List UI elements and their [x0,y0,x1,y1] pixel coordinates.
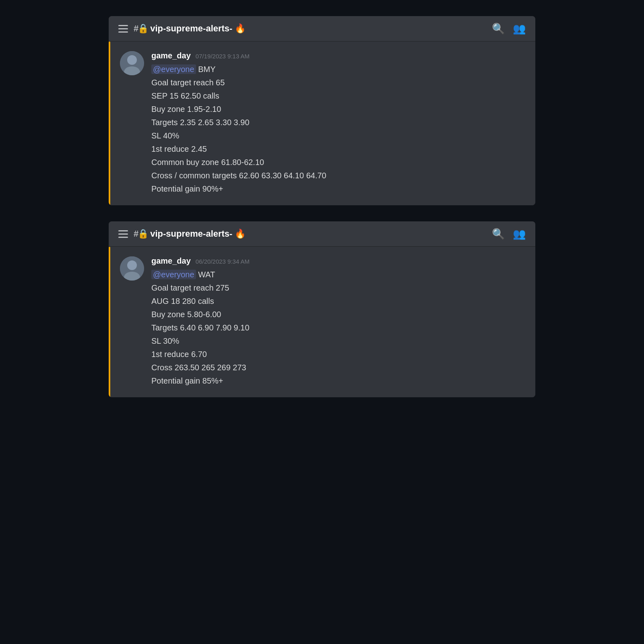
hamburger-menu-button-1[interactable] [118,25,128,33]
channel-emoji-2: 🔥 [235,229,246,239]
chat-header-1: #🔒 vip-supreme-alerts-🔥 🔍 👥 [109,16,535,41]
header-left-1: #🔒 vip-supreme-alerts-🔥 [118,23,246,34]
line-1-7: Common buy zone 61.80-62.10 [151,158,264,167]
message-content-2: game_day 06/20/2023 9:34 AM @everyone WA… [151,256,526,388]
members-button-2[interactable]: 👥 [513,229,526,239]
chat-header-2: #🔒 vip-supreme-alerts-🔥 🔍 👥 [109,221,535,247]
channel-label-1: vip-supreme-alerts- [150,23,232,34]
message-wrapper-2: game_day 06/20/2023 9:34 AM @everyone WA… [109,247,535,397]
line-1-9: Potential gain 90%+ [151,184,223,193]
avatar-image-2 [120,256,144,281]
line-1-3: Buy zone 1.95-2.10 [151,105,221,114]
svg-point-1 [127,55,137,65]
line-2-5: SL 30% [151,336,179,345]
channel-name-1: #🔒 vip-supreme-alerts-🔥 [134,23,246,34]
message-inner-1: game_day 07/19/2023 9:13 AM @everyone BM… [110,41,535,205]
message-body-2: @everyone WAT Goal target reach 275 AUG … [151,268,526,388]
line-2-8: Potential gain 85%+ [151,376,223,385]
members-button-1[interactable]: 👥 [513,23,526,34]
search-button-2[interactable]: 🔍 [492,229,505,239]
avatar-2 [120,256,144,281]
channel-name-2: #🔒 vip-supreme-alerts-🔥 [134,229,246,239]
search-icon-1: 🔍 [492,23,505,35]
message-inner-2: game_day 06/20/2023 9:34 AM @everyone WA… [110,247,535,397]
avatar-1 [120,51,144,75]
svg-point-4 [127,260,137,270]
channel-label-2: vip-supreme-alerts- [150,229,232,239]
line-2-2: AUG 18 280 calls [151,297,214,305]
timestamp-1: 07/19/2023 9:13 AM [196,53,250,60]
avatar-svg-2 [120,256,144,281]
message-header-1: game_day 07/19/2023 9:13 AM [151,51,526,60]
line-1-2: SEP 15 62.50 calls [151,91,219,100]
search-button-1[interactable]: 🔍 [492,23,505,34]
search-icon-2: 🔍 [492,228,505,240]
line-1-5: SL 40% [151,131,179,140]
message-content-1: game_day 07/19/2023 9:13 AM @everyone BM… [151,51,526,196]
username-2: game_day [151,256,191,266]
hash-lock-icon-2: #🔒 [134,229,148,239]
header-right-2: 🔍 👥 [492,229,526,239]
line-1-6: 1st reduce 2.45 [151,144,207,153]
username-1: game_day [151,51,191,60]
message-2: game_day 06/20/2023 9:34 AM @everyone WA… [120,253,526,391]
members-icon-2: 👥 [513,228,526,240]
avatar-svg-1 [120,51,144,75]
header-left-2: #🔒 vip-supreme-alerts-🔥 [118,229,246,239]
line-2-1: Goal target reach 275 [151,283,229,292]
members-icon-1: 👥 [513,23,526,35]
message-1: game_day 07/19/2023 9:13 AM @everyone BM… [120,48,526,199]
line-2-7: Cross 263.50 265 269 273 [151,363,246,372]
ticker-2: WAT [198,270,215,279]
mention-2: @everyone [151,270,196,279]
line-1-4: Targets 2.35 2.65 3.30 3.90 [151,118,250,127]
line-1-1: Goal target reach 65 [151,78,225,87]
line-2-6: 1st reduce 6.70 [151,350,207,359]
mention-1: @everyone [151,64,196,74]
message-wrapper-1: game_day 07/19/2023 9:13 AM @everyone BM… [109,41,535,205]
hamburger-menu-button-2[interactable] [118,230,128,238]
line-2-4: Targets 6.40 6.90 7.90 9.10 [151,323,250,332]
chat-window-1: #🔒 vip-supreme-alerts-🔥 🔍 👥 [109,16,535,205]
message-body-1: @everyone BMY Goal target reach 65 SEP 1… [151,63,526,196]
timestamp-2: 06/20/2023 9:34 AM [196,258,250,265]
message-header-2: game_day 06/20/2023 9:34 AM [151,256,526,266]
header-right-1: 🔍 👥 [492,23,526,34]
hamburger-icon-1 [118,25,128,33]
line-2-3: Buy zone 5.80-6.00 [151,310,221,319]
line-1-8: Cross / common targets 62.60 63.30 64.10… [151,171,326,180]
chat-window-2: #🔒 vip-supreme-alerts-🔥 🔍 👥 [109,221,535,397]
hash-lock-icon-1: #🔒 [134,23,148,34]
hamburger-icon-2 [118,230,128,238]
ticker-1: BMY [198,65,215,74]
channel-emoji-1: 🔥 [235,23,246,34]
avatar-image-1 [120,51,144,75]
